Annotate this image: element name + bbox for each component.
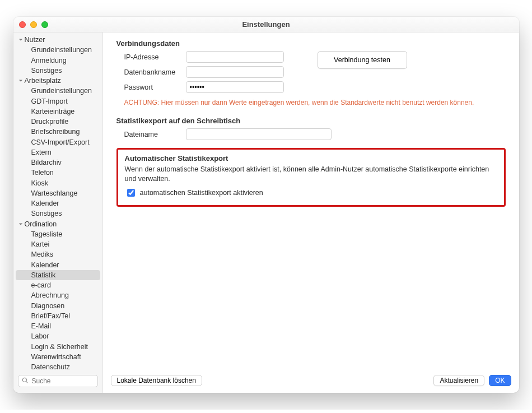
test-connection-button[interactable]: Verbindung testen: [318, 51, 407, 69]
search-input[interactable]: [31, 377, 94, 386]
sidebar-item[interactable]: Kalender: [16, 198, 100, 208]
close-icon[interactable]: [19, 21, 26, 28]
sidebar-item[interactable]: Grundeinstellungen: [16, 86, 100, 96]
pw-label: Passwort: [124, 83, 186, 91]
sidebar-item[interactable]: e-card: [16, 280, 100, 290]
sidebar-item[interactable]: Grundeinstellungen: [16, 45, 100, 55]
window-title: Einstellungen: [242, 20, 290, 29]
ip-label: IP-Adresse: [124, 53, 186, 61]
sidebar-tree: NutzerGrundeinstellungenAnmeldungSonstig…: [13, 33, 102, 372]
pw-input[interactable]: [186, 81, 284, 93]
sidebar-item[interactable]: Kiosk: [16, 178, 100, 188]
auto-export-checkbox[interactable]: [127, 189, 135, 197]
sidebar-item[interactable]: Warteschlange: [16, 188, 100, 198]
section-title-connection: Verbindungsdaten: [116, 39, 506, 48]
sidebar-item[interactable]: Extern: [16, 147, 100, 157]
sidebar-item[interactable]: Druckprofile: [16, 117, 100, 127]
auto-export-description: Wenn der automatische Statistikexport ak…: [125, 165, 497, 184]
sidebar-item[interactable]: Datenschutz: [16, 362, 100, 372]
ip-input[interactable]: [186, 51, 284, 63]
auto-export-checkbox-row[interactable]: automatischen Statistikexport aktivieren: [125, 187, 497, 198]
delete-local-db-button[interactable]: Lokale Datenbank löschen: [111, 375, 202, 386]
sidebar-item[interactable]: Sonstiges: [16, 208, 100, 219]
sidebar-group-header[interactable]: Nutzer: [13, 35, 102, 45]
content-pane: Verbindungsdaten IP-Adresse Datenbanknam…: [103, 33, 519, 393]
sidebar-item[interactable]: Labor: [16, 331, 100, 341]
minimize-icon[interactable]: [30, 21, 37, 28]
sidebar-item[interactable]: GDT-Import: [16, 96, 100, 106]
sidebar-item[interactable]: Telefon: [16, 168, 100, 178]
sidebar-group-label: Ordination: [25, 220, 57, 229]
sidebar-item[interactable]: Kartei: [16, 239, 100, 249]
sidebar-item[interactable]: Anmeldung: [16, 55, 100, 66]
titlebar: Einstellungen: [13, 17, 519, 33]
sidebar-item[interactable]: Statistik: [16, 270, 100, 280]
sidebar-item[interactable]: Karteieinträge: [16, 106, 100, 117]
chevron-down-icon: [18, 37, 24, 43]
ok-button[interactable]: OK: [489, 375, 511, 386]
zoom-icon[interactable]: [41, 21, 48, 28]
sidebar-item[interactable]: Briefschreibung: [16, 127, 100, 137]
content-footer: Lokale Datenbank löschen Aktualisieren O…: [103, 370, 519, 393]
sidebar-group-header[interactable]: Ordination: [13, 219, 102, 229]
db-input[interactable]: [186, 66, 284, 78]
search-field[interactable]: [18, 375, 98, 387]
sidebar-item[interactable]: CSV-Import/Export: [16, 137, 100, 147]
sidebar-item[interactable]: Mediks: [16, 249, 100, 259]
sidebar-item[interactable]: E-Mail: [16, 321, 100, 331]
filename-input[interactable]: [186, 128, 332, 140]
sidebar-item[interactable]: Sonstiges: [16, 66, 100, 76]
auto-export-checkbox-label: automatischen Statistikexport aktivieren: [140, 189, 263, 197]
refresh-button[interactable]: Aktualisieren: [433, 375, 484, 386]
sidebar-item[interactable]: Diagnosen: [16, 301, 100, 311]
filename-label: Dateiname: [124, 131, 186, 138]
sidebar-item[interactable]: Tagesliste: [16, 229, 100, 239]
chevron-down-icon: [18, 221, 24, 227]
sidebar-item[interactable]: Login & Sicherheit: [16, 342, 100, 352]
sidebar-item[interactable]: Warenwirtschaft: [16, 352, 100, 362]
sidebar-item[interactable]: Abrechnung: [16, 290, 100, 300]
sidebar-item[interactable]: Brief/Fax/Tel: [16, 311, 100, 321]
chevron-down-icon: [18, 78, 24, 83]
sidebar-item[interactable]: Bildarchiv: [16, 157, 100, 168]
auto-export-panel: Automatischer Statistikexport Wenn der a…: [116, 148, 506, 207]
sidebar-group-header[interactable]: Arbeitsplatz: [13, 76, 102, 86]
settings-window: Einstellungen NutzerGrundeinstellungenAn…: [13, 17, 519, 393]
db-label: Datenbankname: [124, 68, 186, 76]
sidebar: NutzerGrundeinstellungenAnmeldungSonstig…: [13, 33, 103, 393]
sidebar-item[interactable]: Kalender: [16, 260, 100, 270]
section-title-export: Statistikexport auf den Schreibtisch: [116, 117, 506, 125]
sidebar-group-label: Nutzer: [25, 35, 45, 44]
search-icon: [22, 377, 29, 386]
sidebar-group-label: Arbeitsplatz: [25, 76, 61, 85]
section-title-auto: Automatischer Statistikexport: [125, 154, 497, 163]
connection-warning: ACHTUNG: Hier müssen nur dann Werte eing…: [116, 99, 506, 106]
